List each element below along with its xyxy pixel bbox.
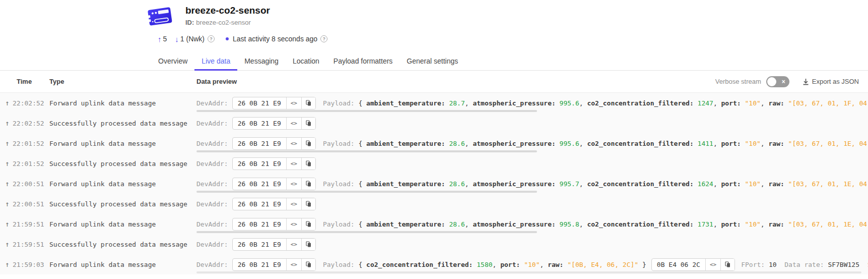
event-type: Forward uplink data message: [49, 140, 196, 147]
devaddr-expand-button[interactable]: <>: [286, 218, 301, 230]
uplink-arrow-icon: ↑: [5, 200, 13, 208]
downlink-count: 1 (Nwk): [180, 35, 205, 43]
table-row[interactable]: ↑22:02:52Forward uplink data messageDevA…: [0, 93, 868, 113]
devaddr-copy-button[interactable]: [301, 97, 315, 109]
devaddr-group: 26 0B 21 E9<>: [232, 97, 316, 109]
horizontal-scrollbar[interactable]: [196, 150, 537, 152]
event-time: 21:59:03: [13, 261, 49, 268]
table-row[interactable]: ↑22:01:52Successfully processed data mes…: [0, 153, 868, 174]
verbose-stream-toggle[interactable]: ×: [766, 76, 789, 87]
toggle-knob: [767, 77, 776, 86]
devaddr-expand-button[interactable]: <>: [286, 118, 301, 129]
table-row[interactable]: ↑22:00:51Successfully processed data mes…: [0, 194, 868, 214]
device-id: ID:breeze-co2-sensor: [185, 19, 270, 26]
event-type: Successfully processed data message: [49, 241, 196, 248]
payload-hex-value: 0B E4 06 2C: [652, 259, 705, 270]
copy-icon: [306, 261, 311, 268]
devaddr-expand-button[interactable]: <>: [286, 158, 301, 170]
uplink-arrow-icon: ↑: [5, 260, 13, 268]
devaddr-copy-button[interactable]: [301, 259, 315, 270]
devaddr-copy-button[interactable]: [301, 118, 315, 129]
devaddr-expand-button[interactable]: <>: [286, 198, 301, 210]
payload-preview: Payload: { co2_concentration_filtered: 1…: [323, 261, 646, 268]
tab-overview[interactable]: Overview: [151, 52, 194, 71]
payload-preview: Payload: { ambient_temperature: 28.6, at…: [323, 220, 868, 228]
devaddr-copy-button[interactable]: [301, 239, 315, 250]
uplink-count: 5: [163, 35, 167, 43]
tab-live-data[interactable]: Live data: [194, 52, 237, 71]
horizontal-scrollbar[interactable]: [196, 110, 537, 112]
horizontal-scrollbar[interactable]: [196, 231, 537, 233]
payload-preview: Payload: { ambient_temperature: 28.6, at…: [323, 140, 868, 147]
event-data-preview: DevAddr:26 0B 21 E9<>Payload: { ambient_…: [196, 218, 868, 231]
devaddr-group: 26 0B 21 E9<>: [232, 238, 316, 251]
event-time: 22:00:51: [13, 180, 49, 188]
devaddr-copy-button[interactable]: [301, 178, 315, 190]
devaddr-expand-button[interactable]: <>: [286, 97, 301, 109]
devaddr-group: 26 0B 21 E9<>: [232, 198, 316, 210]
event-data-preview: DevAddr:26 0B 21 E9<>: [196, 198, 868, 210]
copy-icon: [306, 140, 311, 147]
devaddr-label: DevAddr:: [196, 220, 228, 228]
column-header-type: Type: [49, 78, 196, 85]
devaddr-value: 26 0B 21 E9: [233, 239, 286, 250]
event-time: 22:02:52: [13, 99, 49, 107]
device-stats: ↑ 5 ↓ 1 (Nwk) ? Last activity 8 seconds …: [158, 33, 868, 44]
event-data-preview: DevAddr:26 0B 21 E9<>Payload: { ambient_…: [196, 178, 868, 190]
devaddr-group: 26 0B 21 E9<>: [232, 157, 316, 170]
table-row[interactable]: ↑22:01:52Forward uplink data messageDevA…: [0, 133, 868, 153]
tab-messaging[interactable]: Messaging: [237, 52, 286, 71]
uplink-arrow-icon: ↑: [5, 180, 13, 188]
event-type: Successfully processed data message: [49, 120, 196, 127]
uplink-arrow-icon: ↑: [5, 139, 13, 147]
devaddr-label: DevAddr:: [196, 99, 228, 107]
table-row[interactable]: ↑21:59:51Forward uplink data messageDevA…: [0, 214, 868, 234]
event-data-preview: DevAddr:26 0B 21 E9<>Payload: { ambient_…: [196, 97, 868, 109]
devaddr-group: 26 0B 21 E9<>: [232, 137, 316, 150]
tab-location[interactable]: Location: [286, 52, 326, 71]
payload-hex-expand-button[interactable]: <>: [705, 259, 720, 270]
devaddr-copy-button[interactable]: [301, 218, 315, 230]
copy-icon: [306, 120, 311, 127]
tab-payload-formatters[interactable]: Payload formatters: [326, 52, 400, 71]
export-as-json-button[interactable]: Export as JSON: [803, 78, 859, 85]
devaddr-expand-button[interactable]: <>: [286, 239, 301, 250]
table-row[interactable]: ↑22:02:52Successfully processed data mes…: [0, 113, 868, 133]
activity-help-icon[interactable]: ?: [320, 35, 327, 42]
copy-icon: [725, 261, 730, 268]
devaddr-expand-button[interactable]: <>: [286, 138, 301, 149]
devaddr-copy-button[interactable]: [301, 198, 315, 210]
toggle-off-icon: ×: [782, 78, 785, 85]
payload-hex-copy-button[interactable]: [720, 259, 735, 270]
copy-icon: [306, 241, 311, 248]
table-row[interactable]: ↑21:59:03Forward uplink data messageDevA…: [0, 254, 868, 274]
table-row[interactable]: ↑22:00:51Forward uplink data messageDevA…: [0, 174, 868, 194]
devaddr-label: DevAddr:: [196, 241, 228, 248]
horizontal-scrollbar[interactable]: [196, 271, 861, 273]
device-icon: [145, 5, 174, 28]
devaddr-copy-button[interactable]: [301, 158, 315, 170]
devaddr-expand-button[interactable]: <>: [286, 259, 301, 270]
devaddr-value: 26 0B 21 E9: [233, 178, 286, 190]
uplink-arrow-icon: ↑: [5, 119, 13, 127]
tab-general-settings[interactable]: General settings: [399, 52, 465, 71]
devaddr-copy-button[interactable]: [301, 138, 315, 149]
devaddr-label: DevAddr:: [196, 120, 228, 127]
devaddr-expand-button[interactable]: <>: [286, 178, 301, 190]
downlink-help-icon[interactable]: ?: [208, 35, 215, 42]
event-rows: ↑22:02:52Forward uplink data messageDevA…: [0, 93, 868, 274]
event-data-preview: DevAddr:26 0B 21 E9<>Payload: { ambient_…: [196, 137, 868, 150]
event-time: 22:00:51: [13, 200, 49, 208]
event-time: 22:01:52: [13, 140, 49, 147]
tab-strip: OverviewLive dataMessagingLocationPayloa…: [0, 52, 868, 71]
devaddr-label: DevAddr:: [196, 180, 228, 188]
last-activity-text: Last activity 8 seconds ago: [233, 35, 317, 43]
devaddr-value: 26 0B 21 E9: [233, 118, 286, 129]
horizontal-scrollbar[interactable]: [196, 191, 537, 193]
export-as-json-label: Export as JSON: [812, 78, 859, 85]
table-row[interactable]: ↑21:59:51Successfully processed data mes…: [0, 234, 868, 254]
copy-icon: [306, 160, 311, 167]
devaddr-value: 26 0B 21 E9: [233, 218, 286, 230]
devaddr-label: DevAddr:: [196, 160, 228, 168]
devaddr-label: DevAddr:: [196, 261, 228, 268]
